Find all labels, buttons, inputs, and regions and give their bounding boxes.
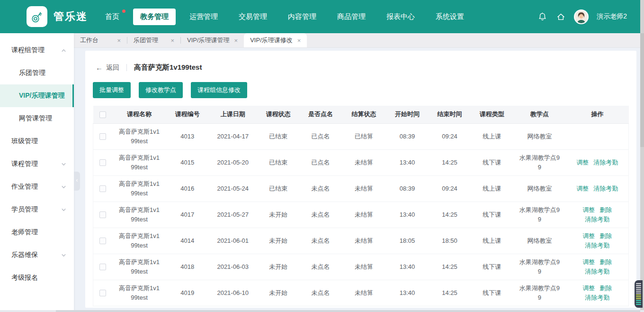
row-checkbox[interactable] xyxy=(99,185,106,192)
sidebar-item-label: 课程管理 xyxy=(11,160,61,168)
row-checkbox[interactable] xyxy=(99,290,106,296)
modify-course-group-info-button[interactable]: 课程组信息修改 xyxy=(191,82,247,98)
row-select-cell xyxy=(93,228,113,254)
adjust-link[interactable]: 调整 xyxy=(582,284,595,292)
date-cell: 2021-06-10 xyxy=(208,280,257,306)
tab-close-icon[interactable]: × xyxy=(297,37,301,44)
column-header-10: 操作 xyxy=(566,106,628,123)
row-checkbox[interactable] xyxy=(99,264,106,270)
clear-attendance-link[interactable]: 清除考勤 xyxy=(585,268,609,275)
tab-2[interactable]: VIP/乐理课管理× xyxy=(181,33,244,47)
tab-close-icon[interactable]: × xyxy=(117,37,121,44)
sidebar-item-2[interactable]: VIP/乐理课管理 xyxy=(0,84,74,107)
table-header-row: 课程名称课程编号上课日期课程状态是否点名结算状态开始时间结束时间课程类型教学点操… xyxy=(93,106,629,123)
course-type-cell: 线下课 xyxy=(471,202,513,228)
chevron-down-icon xyxy=(61,184,66,190)
end-time-cell: 14:25 xyxy=(429,254,471,280)
back-button[interactable]: ← 返回 xyxy=(96,64,119,72)
tab-1[interactable]: 乐团管理× xyxy=(127,33,180,47)
brand[interactable]: 管乐迷 xyxy=(27,6,88,27)
sidebar-item-10[interactable]: 考级报名 xyxy=(0,266,74,289)
sidebar-item-1[interactable]: 乐团管理 xyxy=(0,62,74,84)
select-all-checkbox[interactable] xyxy=(99,111,106,118)
clear-attendance-link[interactable]: 清除考勤 xyxy=(593,185,618,192)
clear-attendance-link[interactable]: 清除考勤 xyxy=(585,242,609,249)
tab-close-icon[interactable]: × xyxy=(170,37,174,44)
chevron-down-icon xyxy=(61,162,66,167)
row-checkbox[interactable] xyxy=(99,238,106,244)
row-checkbox[interactable] xyxy=(99,159,106,166)
user-avatar[interactable] xyxy=(574,9,589,24)
topnav-item-label: 教务管理 xyxy=(140,12,169,20)
row-checkbox[interactable] xyxy=(99,211,106,218)
username[interactable]: 演示老师2 xyxy=(597,12,627,21)
settle-cell: 未结算 xyxy=(342,202,386,228)
bell-icon[interactable] xyxy=(537,11,547,22)
clear-attendance-link[interactable]: 清除考勤 xyxy=(585,294,609,301)
course-name-cell: 高音萨克斯1v199test xyxy=(112,202,166,228)
tab-0[interactable]: 工作台× xyxy=(74,33,127,47)
topnav-item-6[interactable]: 报表中心 xyxy=(379,9,422,25)
home-icon[interactable] xyxy=(555,11,566,22)
topnav-item-2[interactable]: 运营管理 xyxy=(182,9,225,25)
sidebar-item-4[interactable]: 班级管理 xyxy=(0,130,74,153)
topnav-item-0[interactable]: 首页 xyxy=(98,9,126,25)
course-no-cell: 4016 xyxy=(166,175,208,202)
topnav-item-4[interactable]: 内容管理 xyxy=(281,9,323,25)
horizontal-scrollbar-thumb[interactable] xyxy=(56,310,640,312)
delete-link[interactable]: 删除 xyxy=(599,206,612,213)
tab-close-icon[interactable]: × xyxy=(234,37,238,44)
sidebar-item-3[interactable]: 网管课管理 xyxy=(0,107,74,130)
location-cell: 网络教室 xyxy=(513,123,566,149)
select-all-header-cell xyxy=(93,106,113,123)
sidebar-item-9[interactable]: 乐器维保 xyxy=(0,244,74,266)
delete-link[interactable]: 删除 xyxy=(599,232,612,239)
end-time-cell: 09:24 xyxy=(429,123,471,149)
topnav-item-7[interactable]: 系统设置 xyxy=(429,9,471,25)
adjust-link[interactable]: 调整 xyxy=(582,258,595,266)
topnav-item-5[interactable]: 商品管理 xyxy=(330,9,373,25)
delete-link[interactable]: 删除 xyxy=(599,258,612,266)
toolbar: 批量调整修改教学点课程组信息修改 xyxy=(93,82,636,98)
adjust-link[interactable]: 调整 xyxy=(576,159,589,166)
settle-cell: 已结算 xyxy=(342,123,386,149)
table-row: 高音萨克斯1v199test40172021-05-27未开始未点名未结算13:… xyxy=(93,202,629,228)
tab-3[interactable]: VIP/乐理课修改× xyxy=(244,33,307,47)
sidebar-item-8[interactable]: 老师管理 xyxy=(0,221,74,244)
sidebar-item-6[interactable]: 作业管理 xyxy=(0,175,74,198)
actions-cell: 调整删除清除考勤 xyxy=(566,280,628,306)
sidebar-item-5[interactable]: 课程管理 xyxy=(0,153,74,175)
actions-cell xyxy=(566,123,628,149)
start-time-cell: 13:40 xyxy=(386,149,428,175)
topnav-item-3[interactable]: 交易管理 xyxy=(232,9,274,25)
clear-attendance-link[interactable]: 清除考勤 xyxy=(593,159,618,166)
vertical-scrollbar-thumb[interactable] xyxy=(640,33,644,147)
actions-cell: 调整删除清除考勤 xyxy=(566,254,628,280)
status-cell: 已结束 xyxy=(257,149,299,175)
sidebar-item-7[interactable]: 学员管理 xyxy=(0,198,74,221)
course-type-cell: 线上课 xyxy=(471,123,513,149)
batch-adjust-button[interactable]: 批量调整 xyxy=(93,82,131,98)
status-cell: 已结束 xyxy=(257,123,299,149)
sidebar-collapse-handle[interactable]: ‹ xyxy=(74,172,80,191)
sidebar-item-0[interactable]: 课程组管理 xyxy=(0,39,74,62)
column-header-4: 是否点名 xyxy=(299,106,341,123)
detail-card: ← 返回 高音萨克斯1v199test 批量调整修改教学点课程组信息修改 xyxy=(85,51,636,308)
tab-bar: 工作台×乐团管理×VIP/乐理课管理×VIP/乐理课修改× xyxy=(74,33,644,48)
adjust-link[interactable]: 调整 xyxy=(582,206,595,213)
start-time-cell: 08:39 xyxy=(386,175,428,202)
topnav-item-1[interactable]: 教务管理 xyxy=(133,9,176,25)
vertical-scrollbar[interactable] xyxy=(640,0,644,312)
delete-link[interactable]: 删除 xyxy=(599,284,612,292)
scroll-indicator-widget[interactable] xyxy=(635,280,643,308)
adjust-link[interactable]: 调整 xyxy=(582,232,595,239)
top-navigation: 首页教务管理运营管理交易管理内容管理商品管理报表中心系统设置 xyxy=(98,9,471,25)
rollcall-cell: 未点名 xyxy=(299,228,341,254)
horizontal-scrollbar[interactable] xyxy=(0,310,644,312)
row-checkbox[interactable] xyxy=(99,133,106,140)
adjust-link[interactable]: 调整 xyxy=(576,185,589,192)
end-time-cell: 14:25 xyxy=(429,280,471,306)
course-type-cell: 线上课 xyxy=(471,228,513,254)
clear-attendance-link[interactable]: 清除考勤 xyxy=(585,216,609,223)
modify-teaching-point-button[interactable]: 修改教学点 xyxy=(139,82,183,98)
